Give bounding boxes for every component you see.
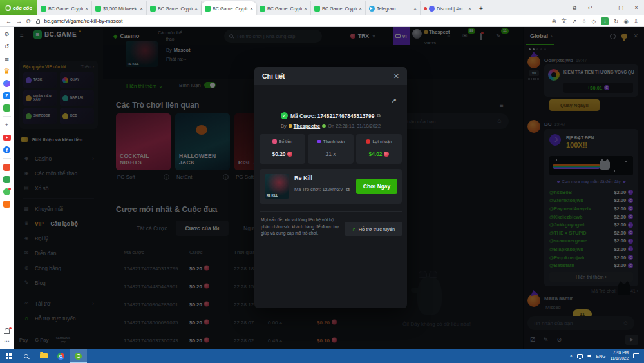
bet-id-row: ✓ Mã Cược: 1748217467845313799 ⧉: [254, 112, 407, 119]
bcgame-favicon: [314, 6, 320, 12]
sync-icon[interactable]: ↻: [614, 18, 618, 25]
support-text: Mọi vấn đề, xin vui lòng liên hệ với bộ …: [261, 217, 341, 237]
bet-by-row: By Thespectre On 22:28:18, 31/10/2022: [254, 123, 407, 129]
facebook-icon[interactable]: f: [3, 146, 10, 153]
system-tray: ∧ ENG 7:48 PM11/1/2022: [569, 350, 644, 362]
copy-icon[interactable]: ⧉: [377, 113, 381, 119]
bet-user-link[interactable]: Thespectre: [294, 123, 321, 129]
divider: [3, 116, 11, 117]
coccoc-download-icon[interactable]: ↓: [601, 17, 609, 25]
reading-list-icon[interactable]: ≣: [3, 55, 11, 63]
browser-tab[interactable]: BC.Game: Crypto×: [256, 1, 311, 15]
stat-amount: Số tiền $0.20: [260, 134, 305, 164]
windows-taskbar: ∧ ENG 7:48 PM11/1/2022: [0, 349, 644, 363]
more-icon[interactable]: ⋯: [3, 337, 11, 345]
divider: [260, 211, 402, 212]
bet-timestamp: On 22:28:18, 31/10/2022: [328, 123, 381, 129]
forward-icon[interactable]: →: [16, 18, 22, 25]
gift-icon[interactable]: [3, 176, 10, 183]
pip-icon[interactable]: ⧉: [567, 5, 582, 12]
messenger-icon[interactable]: [3, 80, 10, 87]
coccoc-taskbar-icon[interactable]: [70, 349, 87, 363]
chrome-icon[interactable]: [52, 349, 70, 363]
browser-tab[interactable]: Discord | #m×: [421, 1, 475, 15]
browser-tab[interactable]: BC.Game: Crypto×: [311, 1, 366, 15]
reload-icon[interactable]: ⟳: [26, 18, 32, 25]
file-explorer-icon[interactable]: [35, 349, 52, 363]
browser-tab[interactable]: BC.Game: Crypto×: [37, 1, 92, 15]
verified-check-icon: ✓: [281, 112, 288, 119]
new-tab-button[interactable]: +: [475, 1, 487, 15]
close-tab-icon[interactable]: ×: [140, 6, 143, 12]
modal-title: Chi tiết: [262, 72, 285, 80]
close-tab-icon[interactable]: ×: [85, 6, 88, 12]
bookmark-star-icon[interactable]: ☆: [582, 18, 587, 25]
window-controls: ⧉ ↩ — ▢ ×: [567, 0, 644, 15]
share-icon[interactable]: ↗: [392, 97, 397, 104]
headset-icon: ∩: [352, 226, 356, 232]
bcgame-favicon: [150, 6, 156, 12]
close-modal-icon[interactable]: ✕: [393, 72, 399, 81]
close-tab-icon[interactable]: ×: [359, 6, 362, 12]
address-bar-actions: ⊕ 文 ↗ ☆ ◇ ↓ ↻ ◉ ⇩: [551, 17, 638, 25]
chat-app-icon[interactable]: [3, 188, 10, 195]
browser-tab[interactable]: Telegram×: [366, 1, 421, 15]
lock-icon: [36, 21, 40, 24]
frog-emoji-icon: [322, 124, 326, 128]
game-code: Mã Trò chơi: 1z2xm6:v: [294, 186, 343, 192]
history-icon[interactable]: ↺: [3, 43, 11, 50]
games-icon[interactable]: [3, 104, 10, 112]
cart-icon[interactable]: [3, 201, 10, 208]
discord-favicon: [429, 6, 435, 12]
settings-gear-icon[interactable]: ⚙: [3, 30, 11, 38]
bet-id-text: Mã Cược: 1748217467845313799: [290, 113, 374, 119]
browser-tab[interactable]: BC.Game: Crypto×: [147, 1, 202, 15]
profit-icon: [366, 139, 370, 144]
clock[interactable]: 7:48 PM11/1/2022: [611, 350, 629, 362]
add-shortcut-icon[interactable]: +: [3, 121, 11, 129]
speaker-icon[interactable]: [587, 354, 591, 358]
language-indicator[interactable]: ENG: [596, 354, 605, 358]
tray-expand-icon[interactable]: ∧: [569, 353, 573, 358]
close-tab-icon[interactable]: ×: [304, 6, 307, 12]
profile-icon[interactable]: ◉: [623, 18, 628, 25]
youtube-icon[interactable]: [3, 135, 11, 141]
shopee-icon[interactable]: [3, 164, 10, 171]
stat-profit: Lợi nhuận $4.02: [356, 134, 402, 164]
minimize-button[interactable]: —: [598, 5, 613, 11]
taskbar-search-icon[interactable]: [17, 349, 35, 363]
save-page-icon[interactable]: ⊕: [551, 18, 556, 25]
browser-tab[interactable]: $1,500 Midweek×: [92, 1, 147, 15]
close-window-button[interactable]: ×: [629, 5, 644, 11]
action-center-icon[interactable]: [633, 353, 639, 358]
share-icon[interactable]: ↗: [572, 18, 576, 25]
back-shortcut-icon[interactable]: ↩: [582, 5, 598, 11]
maximize-button[interactable]: ▢: [613, 5, 629, 11]
adblock-shield-icon[interactable]: ◇: [592, 18, 596, 25]
start-button[interactable]: [0, 349, 17, 363]
back-icon[interactable]: ←: [6, 18, 12, 25]
close-tab-icon[interactable]: ×: [194, 6, 198, 12]
notifications-bell-icon[interactable]: [5, 328, 10, 333]
lock-badge-icon: [289, 124, 292, 128]
coccoc-brand-text: cốc cốc: [13, 5, 32, 11]
browser-tab-active[interactable]: BC.Game: Crypto×: [202, 1, 256, 15]
play-now-button[interactable]: Chơi Ngay: [356, 179, 397, 194]
close-tab-icon[interactable]: ×: [468, 6, 471, 12]
coccoc-icon: [5, 5, 11, 11]
translate-icon[interactable]: 文: [562, 17, 567, 25]
downloads-icon[interactable]: ⇩: [634, 18, 638, 25]
url-text[interactable]: bc.game/vi/game/re-kill-by-mascot: [44, 18, 123, 24]
close-tab-icon[interactable]: ×: [250, 6, 253, 12]
close-tab-icon[interactable]: ×: [413, 6, 417, 12]
zalo-icon[interactable]: Z: [3, 92, 10, 99]
vip-crown-icon[interactable]: ♛: [3, 67, 11, 75]
network-icon[interactable]: [577, 354, 583, 358]
live-support-button[interactable]: ∩ Hỗ trợ trực tuyến: [345, 222, 402, 236]
rekill-thumbnail[interactable]: RE KILL: [265, 174, 289, 199]
amount-icon: [272, 139, 277, 144]
copy-icon[interactable]: ⧉: [346, 186, 350, 193]
page: ≡ BC.GAME Đặc quyền VIP của tôi Thêm › T…: [14, 27, 644, 349]
payout-icon: [317, 140, 321, 143]
unread-dot: [424, 7, 427, 10]
